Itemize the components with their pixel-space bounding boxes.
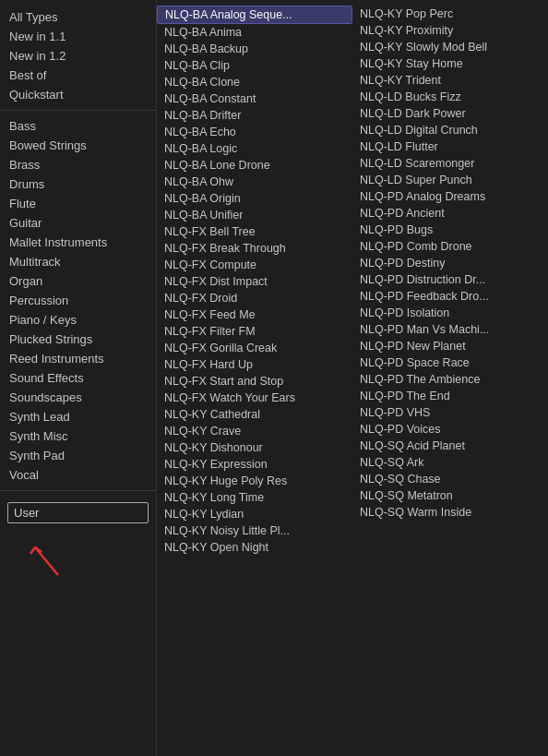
preset-column-1: NLQ-BA Analog Seque...NLQ-BA AnimaNLQ-BA… (157, 0, 352, 756)
preset-item[interactable]: NLQ-PD Destiny (352, 255, 548, 271)
preset-item[interactable]: NLQ-KY Open Night (157, 539, 352, 556)
preset-item[interactable]: NLQ-FX Hard Up (157, 356, 352, 373)
preset-item[interactable]: NLQ-KY Expression (157, 456, 352, 473)
sidebar-item-bowed-strings[interactable]: Bowed Strings (0, 136, 156, 155)
preset-item[interactable]: NLQ-BA Logic (157, 140, 352, 157)
preset-item[interactable]: NLQ-PD VHS (352, 404, 548, 421)
preset-item[interactable]: NLQ-FX Compute (157, 257, 352, 273)
preset-item[interactable]: NLQ-LD Flutter (352, 138, 548, 155)
sidebar-item-percussion[interactable]: Percussion (0, 291, 156, 310)
sidebar-item-piano-keys[interactable]: Piano / Keys (0, 310, 156, 330)
preset-item[interactable]: NLQ-PD Feedback Dro... (352, 288, 548, 305)
preset-item[interactable]: NLQ-LD Scaremonger (352, 155, 548, 172)
preset-item[interactable]: NLQ-PD New Planet (352, 338, 548, 354)
preset-item[interactable]: NLQ-BA Anima (157, 24, 352, 41)
sidebar-item-new-1-1[interactable]: New in 1.1 (0, 27, 156, 46)
sidebar-item-reed[interactable]: Reed Instruments (0, 349, 156, 368)
sidebar-item-all-types[interactable]: All Types (0, 7, 156, 27)
preset-item[interactable]: NLQ-PD Man Vs Machi... (352, 321, 548, 338)
preset-column-2: NLQ-KY Pop PercNLQ-KY ProximityNLQ-KY Sl… (352, 0, 548, 756)
sidebar-item-synth-misc[interactable]: Synth Misc (0, 426, 156, 446)
sidebar: All TypesNew in 1.1New in 1.2Best ofQuic… (0, 0, 157, 756)
preset-item[interactable]: NLQ-SQ Chase (352, 471, 548, 487)
preset-item[interactable]: NLQ-KY Crave (157, 423, 352, 439)
sidebar-item-flute[interactable]: Flute (0, 194, 156, 213)
preset-item[interactable]: NLQ-LD Digital Crunch (352, 122, 548, 138)
sidebar-divider-2 (0, 490, 156, 491)
sidebar-item-organ[interactable]: Organ (0, 271, 156, 291)
preset-item[interactable]: NLQ-FX Watch Your Ears (157, 390, 352, 406)
preset-item[interactable]: NLQ-KY Dishonour (157, 439, 352, 456)
user-button[interactable]: User (7, 502, 149, 523)
preset-item[interactable]: NLQ-KY Proximity (352, 22, 548, 39)
sidebar-item-quickstart[interactable]: Quickstart (0, 85, 156, 104)
preset-item[interactable]: NLQ-KY Pop Perc (352, 6, 548, 22)
sidebar-item-guitar[interactable]: Guitar (0, 213, 156, 233)
preset-item[interactable]: NLQ-BA Clip (157, 57, 352, 74)
preset-item[interactable]: NLQ-PD The Ambience (352, 371, 548, 388)
preset-item[interactable]: NLQ-PD The End (352, 388, 548, 404)
preset-item[interactable]: NLQ-PD Ancient (352, 205, 548, 222)
preset-item[interactable]: NLQ-PD Analog Dreams (352, 188, 548, 205)
preset-item[interactable]: NLQ-BA Unifier (157, 207, 352, 223)
preset-item[interactable]: NLQ-KY Stay Home (352, 55, 548, 72)
preset-item[interactable]: NLQ-FX Bell Tree (157, 223, 352, 240)
preset-item[interactable]: NLQ-BA Backup (157, 41, 352, 57)
sidebar-item-brass[interactable]: Brass (0, 155, 156, 174)
sidebar-item-drums[interactable]: Drums (0, 174, 156, 194)
preset-item[interactable]: NLQ-FX Feed Me (157, 306, 352, 323)
sidebar-item-synth-pad[interactable]: Synth Pad (0, 446, 156, 465)
sidebar-item-mallet[interactable]: Mallet Instruments (0, 233, 156, 252)
preset-item[interactable]: NLQ-PD Space Race (352, 354, 548, 371)
preset-item[interactable]: NLQ-BA Drifter (157, 107, 352, 124)
preset-item[interactable]: NLQ-FX Start and Stop (157, 373, 352, 390)
preset-item[interactable]: NLQ-PD Isolation (352, 305, 548, 321)
sidebar-divider-1 (0, 110, 156, 111)
arrow-annotation (0, 529, 156, 584)
preset-item[interactable]: NLQ-FX Break Through (157, 240, 352, 257)
sidebar-item-bass[interactable]: Bass (0, 116, 156, 136)
preset-item[interactable]: NLQ-FX Gorilla Creak (157, 340, 352, 356)
svg-line-0 (35, 547, 58, 575)
sidebar-item-new-1-2[interactable]: New in 1.2 (0, 46, 156, 66)
preset-item[interactable]: NLQ-SQ Metatron (352, 487, 548, 504)
sidebar-item-vocal[interactable]: Vocal (0, 465, 156, 485)
preset-item[interactable]: NLQ-KY Cathedral (157, 406, 352, 423)
preset-item[interactable]: NLQ-KY Slowly Mod Bell (352, 39, 548, 55)
preset-item[interactable]: NLQ-LD Super Punch (352, 172, 548, 188)
preset-item[interactable]: NLQ-KY Trident (352, 72, 548, 89)
sidebar-item-multitrack[interactable]: Multitrack (0, 252, 156, 271)
preset-item[interactable]: NLQ-BA Lone Drone (157, 157, 352, 174)
preset-item[interactable]: NLQ-BA Constant (157, 90, 352, 107)
sidebar-item-sound-effects[interactable]: Sound Effects (0, 368, 156, 388)
preset-item[interactable]: NLQ-SQ Warm Inside (352, 504, 548, 521)
sidebar-item-plucked[interactable]: Plucked Strings (0, 330, 156, 349)
preset-item[interactable]: NLQ-KY Long Time (157, 489, 352, 506)
main-content: NLQ-BA Analog Seque...NLQ-BA AnimaNLQ-BA… (157, 0, 548, 756)
preset-item[interactable]: NLQ-PD Bugs (352, 222, 548, 238)
preset-item[interactable]: NLQ-BA Analog Seque... (157, 6, 352, 24)
arrow-icon (26, 534, 72, 580)
preset-item[interactable]: NLQ-PD Voices (352, 421, 548, 438)
preset-item[interactable]: NLQ-BA Ohw (157, 174, 352, 190)
sidebar-item-synth-lead[interactable]: Synth Lead (0, 407, 156, 426)
preset-item[interactable]: NLQ-FX Dist Impact (157, 273, 352, 290)
preset-item[interactable]: NLQ-PD Distruction Dr... (352, 271, 548, 288)
preset-item[interactable]: NLQ-LD Bucks Fizz (352, 89, 548, 105)
preset-item[interactable]: NLQ-KY Lydian (157, 506, 352, 522)
preset-item[interactable]: NLQ-BA Echo (157, 124, 352, 140)
preset-item[interactable]: NLQ-LD Dark Power (352, 105, 548, 122)
preset-item[interactable]: NLQ-KY Noisy Little Pl... (157, 522, 352, 539)
preset-item[interactable]: NLQ-PD Comb Drone (352, 238, 548, 255)
preset-item[interactable]: NLQ-KY Huge Poly Res (157, 473, 352, 489)
preset-item[interactable]: NLQ-BA Origin (157, 190, 352, 207)
sidebar-item-best-of[interactable]: Best of (0, 66, 156, 85)
preset-item[interactable]: NLQ-FX Droid (157, 290, 352, 306)
user-label: User (14, 506, 39, 520)
sidebar-item-soundscapes[interactable]: Soundscapes (0, 388, 156, 407)
preset-item[interactable]: NLQ-SQ Ark (352, 454, 548, 471)
preset-item[interactable]: NLQ-FX Filter FM (157, 323, 352, 340)
preset-item[interactable]: NLQ-BA Clone (157, 74, 352, 90)
preset-item[interactable]: NLQ-SQ Acid Planet (352, 438, 548, 454)
